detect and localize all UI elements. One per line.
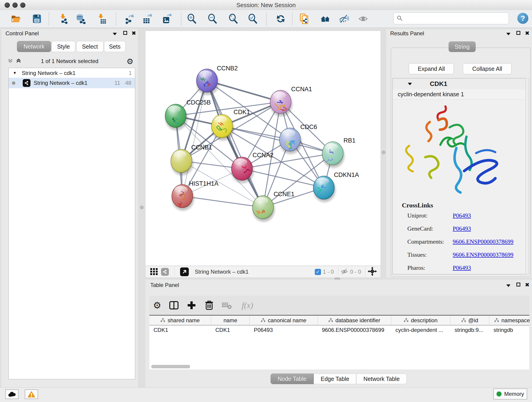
tab-node-table[interactable]: Node Table	[271, 374, 314, 384]
table-horizontal-scrollbar[interactable]	[151, 365, 190, 368]
zoom-in-icon[interactable]	[187, 13, 197, 24]
zoom-out-icon[interactable]	[207, 13, 218, 24]
table-panel-close-icon[interactable]: ✖	[525, 282, 530, 288]
column-header-database-identifier[interactable]: database identifier	[318, 316, 391, 325]
tab-select[interactable]: Select	[76, 41, 104, 52]
show-all-icon[interactable]	[358, 13, 368, 24]
gene-header-row[interactable]: CDK1	[393, 78, 526, 89]
control-panel-close-icon[interactable]: ✖	[132, 31, 136, 36]
network-canvas[interactable]: CCNB2CCNA1CDC25BCDK1CDC6RB1CCNB1CCNA2CDK…	[145, 31, 381, 266]
table-gear-icon[interactable]: ⚙	[151, 296, 164, 315]
split-columns-icon[interactable]	[167, 296, 180, 315]
network-node-CDKN1A[interactable]: CDKN1A	[313, 172, 359, 202]
first-neighbors-icon[interactable]	[320, 13, 331, 24]
column-header-description[interactable]: description	[391, 316, 450, 325]
tab-sets[interactable]: Sets	[104, 41, 126, 52]
node-label-CCNE1: CCNE1	[273, 191, 294, 198]
import-network-database-icon[interactable]	[75, 13, 86, 24]
network-edge-count: 48	[125, 80, 131, 86]
tab-style[interactable]: Style	[51, 41, 75, 52]
crosslink-link[interactable]: 9606.ENSP00000378699	[453, 238, 513, 245]
network-node-CCNE1[interactable]: CCNE1	[253, 191, 294, 222]
shared-column-icon	[404, 317, 409, 324]
apply-layout-icon[interactable]	[275, 13, 286, 24]
selected-checkbox-icon[interactable]: ✓	[315, 269, 321, 275]
expand-all-networks-icon[interactable]	[7, 58, 13, 65]
table-panel-float-icon[interactable]	[516, 283, 520, 287]
hidden-eye-icon[interactable]	[341, 268, 348, 276]
column-header-namespace[interactable]: namespace	[489, 316, 532, 325]
memory-button[interactable]: Memory	[493, 389, 527, 400]
table-cell[interactable]: P06493	[250, 325, 318, 335]
network-selection-header: 1 of 1 Network selected ⚙	[1, 56, 138, 66]
crosslink-link[interactable]: 9606.ENSP00000378699	[453, 251, 513, 258]
collection-expand-icon[interactable]: ▼	[13, 71, 17, 75]
network-node-CDC6[interactable]: CDC6	[279, 123, 317, 154]
delete-table-icon[interactable]	[220, 296, 233, 315]
add-column-icon[interactable]	[185, 296, 198, 315]
results-panel-menu-icon[interactable]	[506, 32, 510, 36]
network-options-gear-icon[interactable]: ⚙	[127, 57, 133, 66]
network-row-selected[interactable]: String Network – cdk1 11 48	[9, 78, 135, 88]
tab-network-table[interactable]: Network Table	[356, 374, 407, 384]
table-cell[interactable]: stringdb	[489, 325, 532, 335]
search-input[interactable]	[405, 15, 505, 22]
open-session-icon[interactable]	[11, 13, 21, 24]
collapse-all-networks-icon[interactable]	[16, 58, 22, 65]
table-cell[interactable]: stringdb:9...	[450, 325, 489, 335]
pan-crosshair-icon[interactable]	[368, 267, 377, 277]
crosslink-link[interactable]: P06493	[453, 212, 471, 219]
column-header-name[interactable]: name	[211, 316, 250, 325]
network-collection-row[interactable]: ▼ String Network – cdk1 1	[9, 69, 135, 78]
results-panel-float-icon[interactable]	[516, 31, 520, 36]
table-cell[interactable]: 9606.ENSP00000378699	[318, 325, 391, 335]
zoom-selected-icon[interactable]	[248, 13, 258, 24]
warning-icon	[27, 390, 36, 398]
collapse-all-button[interactable]: Collapse All	[463, 63, 512, 74]
tab-network[interactable]: Network	[17, 41, 51, 52]
export-network-icon[interactable]	[124, 13, 135, 24]
control-panel-menu-icon[interactable]	[113, 32, 117, 36]
network-node-CCNB1[interactable]: CCNB1	[171, 144, 212, 175]
tab-edge-table[interactable]: Edge Table	[314, 374, 356, 384]
crosslink-row: Pharos:P06493	[393, 264, 526, 276]
export-image-icon[interactable]	[162, 13, 172, 24]
results-scrollbar[interactable]	[526, 78, 529, 274]
shared-column-icon	[462, 317, 466, 324]
birdseye-view-icon[interactable]	[180, 268, 189, 276]
grid-view-icon[interactable]	[150, 268, 158, 276]
function-builder-icon[interactable]: f(x)	[238, 296, 257, 315]
warning-status-button[interactable]	[25, 389, 38, 399]
crosslink-link[interactable]: P06493	[453, 264, 471, 271]
column-header--id[interactable]: @id	[450, 316, 489, 325]
network-node-HIST1H1A[interactable]: HIST1H1A	[172, 180, 219, 211]
column-header-shared-name[interactable]: shared name	[149, 316, 211, 325]
share-view-icon[interactable]	[161, 268, 169, 276]
import-table-file-icon[interactable]	[96, 13, 107, 24]
hide-selected-icon[interactable]	[338, 13, 349, 24]
column-header-canonical-name[interactable]: canonical name	[250, 316, 318, 325]
tab-string[interactable]: String	[449, 41, 476, 52]
network-node-CCNB2[interactable]: CCNB2	[196, 65, 238, 95]
table-panel-menu-icon[interactable]	[506, 284, 510, 288]
network-node-RB1[interactable]: RB1	[322, 137, 355, 168]
expand-all-button[interactable]: Expand All	[409, 63, 454, 74]
save-session-icon[interactable]	[32, 13, 42, 24]
zoom-fit-icon[interactable]	[228, 13, 239, 24]
gene-collapse-icon[interactable]	[408, 83, 412, 85]
cloud-status-button[interactable]	[5, 389, 19, 399]
results-panel-close-icon[interactable]: ✖	[525, 31, 530, 36]
export-table-icon[interactable]	[142, 13, 152, 24]
network-from-selection-icon[interactable]	[299, 13, 310, 24]
table-cell[interactable]: cyclin-dependent ...	[391, 325, 450, 335]
import-network-file-icon[interactable]	[58, 13, 68, 24]
crosslink-link[interactable]: P06493	[453, 225, 471, 232]
help-icon[interactable]: ?	[517, 13, 528, 24]
control-panel-float-icon[interactable]	[123, 31, 127, 36]
selection-status: 1 of 1 Network selected	[1, 56, 138, 64]
table-cell[interactable]: CDK1	[149, 325, 211, 335]
delete-column-icon[interactable]	[203, 296, 215, 315]
right-splitter-grip[interactable]	[382, 151, 385, 154]
left-splitter-grip[interactable]	[140, 206, 144, 209]
table-cell[interactable]: CDK1	[211, 325, 250, 335]
